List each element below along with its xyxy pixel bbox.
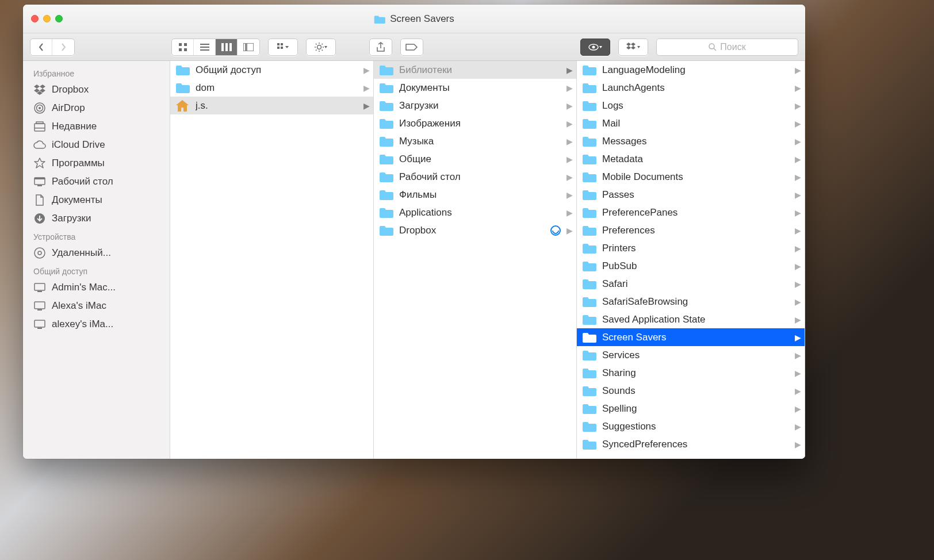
file-row[interactable]: Spelling▶: [577, 400, 805, 417]
file-row[interactable]: Printers▶: [577, 239, 805, 257]
folder-icon: [583, 260, 596, 272]
folder-icon: [380, 118, 393, 129]
sidebar-item[interactable]: Рабочий стол: [23, 172, 170, 191]
file-row[interactable]: LaunchAgents▶: [577, 79, 805, 97]
docs-icon: [33, 194, 46, 206]
file-row[interactable]: Sounds▶: [577, 382, 805, 400]
file-row[interactable]: Metadata▶: [577, 150, 805, 168]
file-row[interactable]: Mail▶: [577, 114, 805, 132]
file-row[interactable]: Dropbox▶: [374, 221, 576, 239]
file-row[interactable]: Messages▶: [577, 132, 805, 150]
sidebar-item[interactable]: Admin's Mac...: [23, 278, 170, 297]
folder-icon: [583, 64, 596, 76]
folder-icon: [583, 403, 596, 415]
file-row[interactable]: Изображения▶: [374, 114, 576, 132]
file-row[interactable]: Suggestions▶: [577, 417, 805, 435]
file-row[interactable]: Sharing▶: [577, 364, 805, 382]
file-row[interactable]: Общие▶: [374, 150, 576, 168]
minimize-button[interactable]: [43, 15, 51, 22]
file-row[interactable]: PubSub▶: [577, 257, 805, 275]
group-by-button[interactable]: [268, 39, 298, 56]
forward-button[interactable]: [52, 39, 74, 55]
toolbar: Поиск: [23, 33, 805, 61]
file-label: LaunchAgents: [602, 82, 793, 94]
svg-point-18: [592, 45, 595, 48]
file-row[interactable]: Рабочий стол▶: [374, 168, 576, 186]
file-row[interactable]: Документы▶: [374, 79, 576, 97]
sidebar-item[interactable]: Программы: [23, 154, 170, 172]
file-row[interactable]: Safari▶: [577, 275, 805, 293]
svg-rect-0: [179, 43, 182, 46]
share-button[interactable]: [369, 39, 392, 56]
computer-icon: [33, 300, 46, 312]
sidebar-item[interactable]: Загрузки: [23, 209, 170, 228]
sidebar-item[interactable]: Alexa's iMac: [23, 297, 170, 315]
file-row[interactable]: PreferencePanes▶: [577, 204, 805, 221]
sidebar-item[interactable]: iCloud Drive: [23, 136, 170, 154]
folder-icon: [583, 225, 596, 236]
svg-rect-14: [277, 47, 280, 49]
svg-rect-5: [200, 47, 209, 48]
chevron-right-icon: ▶: [795, 422, 801, 431]
sidebar-item[interactable]: Документы: [23, 191, 170, 209]
file-row[interactable]: Mobile Documents▶: [577, 168, 805, 186]
chevron-right-icon: ▶: [795, 315, 801, 324]
svg-rect-3: [184, 48, 187, 51]
file-label: Общие: [399, 154, 564, 165]
file-row[interactable]: SafariSafeBrowsing▶: [577, 293, 805, 310]
list-view-button[interactable]: [194, 39, 216, 55]
airdrop-icon: [33, 102, 46, 114]
file-row[interactable]: dom▶: [170, 79, 373, 97]
content-area: ИзбранноеDropboxAirDropНедавниеiCloud Dr…: [23, 61, 805, 459]
file-row[interactable]: Музыка▶: [374, 132, 576, 150]
zoom-button[interactable]: [55, 15, 63, 22]
back-button[interactable]: [30, 39, 52, 55]
sidebar-item[interactable]: Dropbox: [23, 80, 170, 99]
file-row[interactable]: Загрузки▶: [374, 97, 576, 114]
window-title-text: Screen Savers: [390, 13, 454, 25]
folder-icon: [176, 100, 190, 112]
file-row[interactable]: Passes▶: [577, 186, 805, 204]
file-row[interactable]: Preferences▶: [577, 221, 805, 239]
file-row[interactable]: Logs▶: [577, 97, 805, 114]
file-label: PubSub: [602, 260, 793, 272]
file-row[interactable]: SyncedPreferences▶: [577, 435, 805, 453]
folder-icon: [583, 350, 596, 361]
file-row[interactable]: LanguageModeling▶: [577, 61, 805, 79]
dropbox-toolbar-button[interactable]: [618, 39, 648, 56]
chevron-right-icon: ▶: [795, 172, 801, 182]
sidebar-item[interactable]: Удаленный...: [23, 244, 170, 262]
svg-rect-28: [37, 185, 42, 186]
chevron-right-icon: ▶: [795, 119, 801, 128]
svg-rect-23: [35, 124, 45, 131]
column-1: Общий доступ▶dom▶j.s.▶: [170, 61, 374, 459]
chevron-right-icon: ▶: [795, 351, 801, 360]
folder-icon: [583, 118, 596, 129]
folder-icon: [583, 154, 596, 165]
action-button[interactable]: [306, 39, 336, 56]
gallery-view-button[interactable]: [238, 39, 259, 55]
apps-icon: [33, 157, 46, 170]
file-row[interactable]: Библиотеки▶: [374, 61, 576, 79]
file-row[interactable]: Applications▶: [374, 204, 576, 221]
sidebar-item[interactable]: Недавние: [23, 117, 170, 136]
file-row[interactable]: Общий доступ▶: [170, 61, 373, 79]
icon-view-button[interactable]: [172, 39, 194, 55]
file-row[interactable]: j.s.▶: [170, 97, 373, 114]
close-button[interactable]: [31, 15, 39, 22]
file-row[interactable]: Фильмы▶: [374, 186, 576, 204]
sidebar-item-label: alexey's iMa...: [52, 319, 113, 330]
column-view-button[interactable]: [216, 39, 238, 55]
quicklook-button[interactable]: [580, 39, 610, 56]
tags-button[interactable]: [400, 39, 423, 56]
file-row[interactable]: Services▶: [577, 346, 805, 364]
sidebar-item[interactable]: alexey's iMa...: [23, 315, 170, 333]
file-label: LanguageModeling: [602, 64, 793, 76]
file-label: Фильмы: [399, 189, 564, 201]
folder-icon: [380, 171, 393, 183]
sidebar-item[interactable]: AirDrop: [23, 99, 170, 117]
file-row[interactable]: Saved Application State▶: [577, 310, 805, 328]
search-field[interactable]: Поиск: [656, 39, 798, 56]
file-row[interactable]: Screen Savers▶: [577, 328, 805, 346]
svg-rect-32: [35, 283, 45, 290]
